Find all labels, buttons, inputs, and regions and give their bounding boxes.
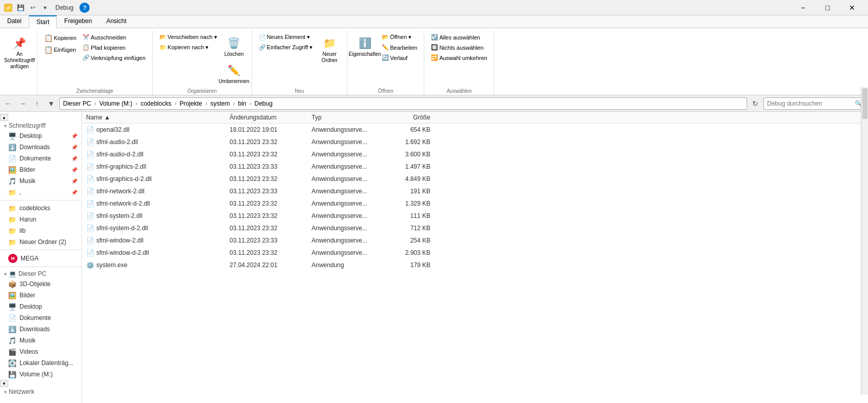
- sidebar-item-bilder[interactable]: 🖼️ Bilder 📌: [0, 164, 81, 175]
- table-row[interactable]: 📄 sfml-system-2.dll 03.11.2023 23:32 Anw…: [82, 210, 868, 222]
- alles-auswaehlen-btn[interactable]: ☑️ Alles auswählen: [428, 32, 490, 42]
- address-bar[interactable]: Dieser PC › Volume (M:) › codeblocks › P…: [59, 97, 747, 110]
- sidebar-item-dokumente[interactable]: 📄 Dokumente 📌: [0, 153, 81, 164]
- sidebar-item-musik[interactable]: 🎵 Musik 📌: [0, 175, 81, 187]
- desktop-icon: 🖥️: [8, 132, 16, 140]
- table-row[interactable]: 📄 sfml-graphics-2.dll 03.11.2023 23:33 A…: [82, 160, 868, 173]
- auswahl-umkehren-btn[interactable]: 🔁 Auswahl umkehren: [428, 53, 490, 63]
- schnellzugriff-btn[interactable]: 📌 An Schnellzugriffanfügen: [6, 32, 33, 71]
- app-icon: 📁: [4, 4, 12, 12]
- sidebar-item-videos-pc[interactable]: 🎬 Videos: [0, 346, 81, 357]
- sidebar-item-downloads-pc[interactable]: ⬇️ Downloads: [0, 324, 81, 335]
- sidebar-item-lib[interactable]: 📁 lib: [0, 225, 81, 236]
- table-row[interactable]: 📄 sfml-system-d-2.dll 03.11.2023 23:32 A…: [82, 222, 868, 234]
- address-part-6[interactable]: Debug: [254, 100, 272, 107]
- col-header-type[interactable]: Typ: [309, 113, 391, 122]
- sidebar-item-comma[interactable]: 📁 , 📌: [0, 187, 81, 198]
- neuer-ordner-btn[interactable]: 📁 NeuerOrdner: [316, 32, 343, 65]
- sidebar-item-neuerordner2[interactable]: 📁 Neuer Ordner (2): [0, 236, 81, 248]
- tab-freigeben[interactable]: Freigeben: [57, 15, 99, 28]
- save-qat-btn[interactable]: 💾: [15, 3, 26, 13]
- dll-icon: 📄: [86, 249, 94, 257]
- sidebar-header-schnellzugriff[interactable]: ▾ Schnellzugriff: [0, 121, 81, 130]
- sidebar-item-desktop-pc[interactable]: 🖥️ Desktop: [0, 301, 81, 312]
- sidebar-item-dokumente-pc[interactable]: 📄 Dokumente: [0, 312, 81, 324]
- neues-element-btn[interactable]: 📄 Neues Element ▾: [256, 32, 316, 42]
- ausschneiden-btn[interactable]: ✂️ Ausschneiden: [80, 32, 148, 42]
- einfacher-zugriff-btn[interactable]: 🔗 Einfacher Zugriff ▾: [256, 43, 316, 52]
- sidebar-scroll-up[interactable]: ▲: [0, 114, 8, 121]
- file-list: Name ▲ Änderungsdatum Typ Größe 📄 openal…: [82, 112, 868, 403]
- table-row[interactable]: 📄 sfml-network-2.dll 03.11.2023 23:33 An…: [82, 185, 868, 197]
- sidebar-item-codeblocks[interactable]: 📁 codeblocks: [0, 203, 81, 214]
- search-bar[interactable]: 🔍: [763, 97, 866, 110]
- oeffnen-btn[interactable]: 📂 Öffnen ▾: [379, 32, 420, 42]
- col-header-size[interactable]: Größe: [391, 113, 432, 122]
- minimize-button[interactable]: −: [791, 0, 815, 15]
- table-row[interactable]: 📄 sfml-graphics-d-2.dll 03.11.2023 23:32…: [82, 173, 868, 185]
- recent-button[interactable]: ▼: [45, 97, 57, 110]
- loeschen-btn[interactable]: 🗑️ Löschen: [221, 32, 247, 59]
- dll-icon: 📄: [86, 163, 94, 171]
- tab-datei[interactable]: Datei: [0, 15, 29, 28]
- table-row[interactable]: ⚙️ system.exe 27.04.2024 22:01 Anwendung…: [82, 259, 868, 271]
- back-button[interactable]: ←: [2, 97, 14, 110]
- dll-icon: 📄: [86, 236, 94, 245]
- tab-start[interactable]: Start: [29, 15, 57, 28]
- sidebar-item-lokaler-datentraeger[interactable]: 💽 Lokaler Datenträg...: [0, 357, 81, 369]
- table-row[interactable]: 📄 sfml-audio-2.dll 03.11.2023 23:32 Anwe…: [82, 136, 868, 148]
- table-row[interactable]: 📄 sfml-window-2.dll 03.11.2023 23:33 Anw…: [82, 234, 868, 247]
- search-input[interactable]: [767, 100, 853, 107]
- eigenschaften-btn[interactable]: ℹ️ Eigenschaften: [352, 32, 378, 59]
- nichts-auswaehlen-btn[interactable]: 🔲 Nichts auswählen: [428, 43, 490, 52]
- einfuegen-btn[interactable]: 📋 Einfügen: [42, 44, 79, 55]
- col-header-date[interactable]: Änderungsdatum: [228, 113, 309, 122]
- kopieren-nach-btn[interactable]: 📁 Kopieren nach ▾: [157, 43, 220, 52]
- sidebar-header-netzwerk[interactable]: ▾ Netzwerk: [0, 387, 81, 396]
- bearbeiten-btn[interactable]: ✏️ Bearbeiten: [379, 43, 420, 52]
- rename-icon: ✏️: [226, 62, 242, 78]
- downloads-pc-icon: ⬇️: [8, 325, 16, 333]
- table-row[interactable]: 📄 sfml-audio-d-2.dll 03.11.2023 23:32 An…: [82, 148, 868, 160]
- delete-icon: 🗑️: [226, 35, 242, 51]
- address-part-2[interactable]: codeblocks: [140, 100, 171, 107]
- sidebar-item-volume-m[interactable]: 💾 Volume (M:): [0, 369, 81, 380]
- sidebar-item-downloads[interactable]: ⬇️ Downloads 📌: [0, 142, 81, 153]
- main-area: ▲ ▾ Schnellzugriff 🖥️ Desktop 📌 ⬇️ Downl…: [0, 112, 868, 403]
- maximize-button[interactable]: □: [816, 0, 839, 15]
- kopieren-btn[interactable]: 📋 Kopieren: [42, 32, 79, 44]
- sidebar-item-mega[interactable]: M MEGA: [0, 252, 81, 265]
- sidebar-item-bilder-pc[interactable]: 🖼️ Bilder: [0, 290, 81, 301]
- forward-button[interactable]: →: [16, 97, 29, 110]
- close-button[interactable]: ✕: [840, 0, 864, 15]
- up-button[interactable]: ↑: [31, 97, 43, 110]
- verknuepfung-btn[interactable]: 🔗 Verknüpfung einfügen: [80, 53, 148, 63]
- table-row[interactable]: 📄 sfml-network-d-2.dll 03.11.2023 23:32 …: [82, 197, 868, 210]
- sidebar-header-dieserpc[interactable]: ▾ 💻 Dieser PC: [0, 269, 81, 278]
- address-part-0[interactable]: Dieser PC: [63, 100, 91, 107]
- table-row[interactable]: 📄 sfml-window-d-2.dll 03.11.2023 23:32 A…: [82, 247, 868, 259]
- sidebar-item-harun[interactable]: 📁 Harun: [0, 214, 81, 225]
- pfad-kopieren-btn[interactable]: 📋 Pfad kopieren: [80, 43, 148, 52]
- refresh-button[interactable]: ↻: [749, 97, 761, 110]
- documents-pc-icon: 📄: [8, 314, 16, 322]
- tab-ansicht[interactable]: Ansicht: [99, 15, 133, 28]
- table-row[interactable]: 📄 openal32.dll 18.01.2022 19:01 Anwendun…: [82, 124, 868, 136]
- folder-icon-neuerordner: 📁: [8, 238, 16, 246]
- verlauf-btn[interactable]: 🔄 Verlauf: [379, 53, 420, 63]
- help-button[interactable]: ?: [79, 3, 90, 13]
- verschieben-btn[interactable]: 📂 Verschieben nach ▾: [157, 32, 220, 42]
- sidebar-item-3dobjekte[interactable]: 📦 3D-Objekte: [0, 278, 81, 290]
- address-part-1[interactable]: Volume (M:): [99, 100, 133, 107]
- address-part-4[interactable]: system: [210, 100, 230, 107]
- umbenennen-btn[interactable]: ✏️ Umbenennen: [221, 59, 247, 86]
- address-part-5[interactable]: bin: [238, 100, 246, 107]
- undo-qat-btn[interactable]: ↩: [28, 3, 38, 13]
- address-part-3[interactable]: Projekte: [179, 100, 202, 107]
- col-header-name[interactable]: Name ▲: [84, 113, 228, 122]
- sidebar-scroll-down[interactable]: ▼: [0, 380, 8, 387]
- qat-dropdown-btn[interactable]: ▾: [40, 3, 50, 13]
- dll-icon: 📄: [86, 199, 94, 208]
- sidebar-item-musik-pc[interactable]: 🎵 Musik: [0, 335, 81, 346]
- sidebar-item-desktop[interactable]: 🖥️ Desktop 📌: [0, 130, 81, 142]
